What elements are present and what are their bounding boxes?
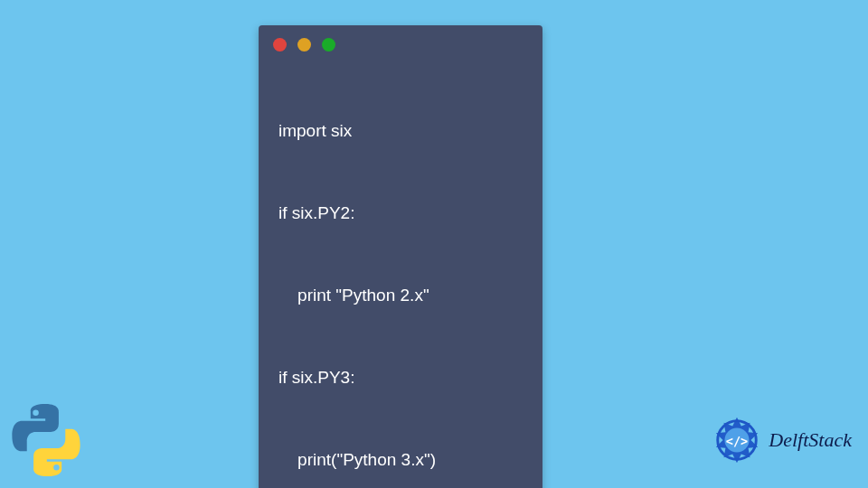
code-line: print("Python 3.x") — [278, 446, 524, 474]
delftstack-brand: </> DelftStack — [711, 414, 852, 466]
delftstack-emblem-icon: </> — [711, 414, 763, 466]
python-logo-icon — [5, 399, 87, 481]
code-line: import six — [278, 117, 524, 145]
code-line: print "Python 2.x" — [278, 282, 524, 309]
code-block: import six if six.PY2: print "Python 2.x… — [259, 61, 542, 488]
maximize-icon — [322, 38, 335, 52]
minimize-icon — [297, 38, 311, 52]
code-line: if six.PY3: — [278, 364, 524, 391]
window-traffic-lights — [259, 25, 542, 61]
code-line: if six.PY2: — [278, 200, 524, 227]
delftstack-brand-text: DelftStack — [769, 428, 852, 452]
code-window: import six if six.PY2: print "Python 2.x… — [259, 25, 542, 488]
close-icon — [273, 38, 287, 52]
svg-text:</>: </> — [726, 434, 748, 448]
